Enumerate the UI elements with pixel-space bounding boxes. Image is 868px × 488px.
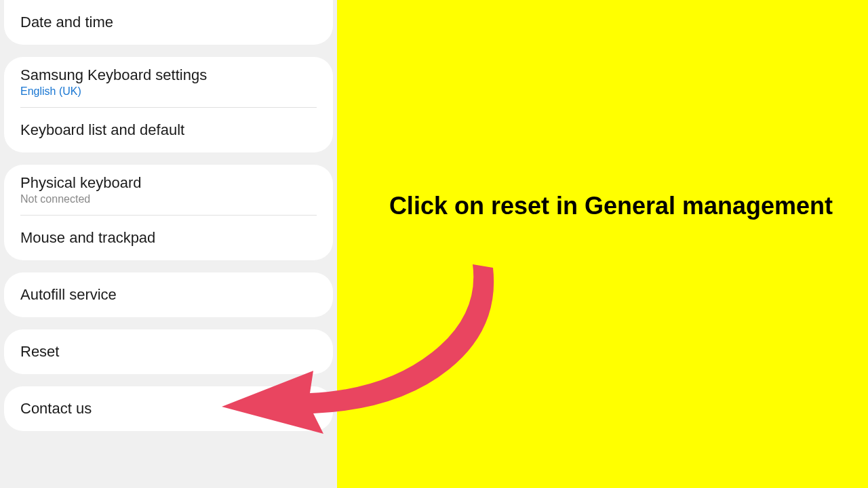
input-card: Physical keyboard Not connected Mouse an…	[4, 165, 333, 260]
samsung-keyboard-subtitle: English (UK)	[20, 85, 317, 98]
keyboard-card: Samsung Keyboard settings English (UK) K…	[4, 57, 333, 152]
physical-keyboard-label: Physical keyboard	[20, 174, 317, 192]
autofill-label: Autofill service	[20, 286, 317, 304]
mouse-trackpad-label: Mouse and trackpad	[20, 229, 317, 247]
instruction-panel: Click on reset in General management	[337, 0, 868, 488]
contact-us-item[interactable]: Contact us	[4, 386, 333, 431]
samsung-keyboard-item[interactable]: Samsung Keyboard settings English (UK)	[4, 57, 333, 107]
physical-keyboard-subtitle: Not connected	[20, 193, 317, 205]
keyboard-list-item[interactable]: Keyboard list and default	[4, 108, 333, 152]
reset-item[interactable]: Reset	[4, 329, 333, 374]
reset-card: Reset	[4, 329, 333, 374]
autofill-card: Autofill service	[4, 272, 333, 317]
settings-panel: Date and time Samsung Keyboard settings …	[0, 0, 337, 488]
contact-card: Contact us	[4, 386, 333, 431]
physical-keyboard-item[interactable]: Physical keyboard Not connected	[4, 165, 333, 215]
date-time-card: Date and time	[4, 0, 333, 45]
date-time-label: Date and time	[20, 14, 317, 31]
instruction-text: Click on reset in General management	[381, 190, 841, 223]
samsung-keyboard-label: Samsung Keyboard settings	[20, 66, 317, 84]
mouse-trackpad-item[interactable]: Mouse and trackpad	[4, 216, 333, 260]
autofill-item[interactable]: Autofill service	[4, 272, 333, 317]
date-time-item[interactable]: Date and time	[4, 0, 333, 45]
keyboard-list-label: Keyboard list and default	[20, 121, 317, 139]
contact-us-label: Contact us	[20, 400, 317, 418]
reset-label: Reset	[20, 343, 317, 361]
